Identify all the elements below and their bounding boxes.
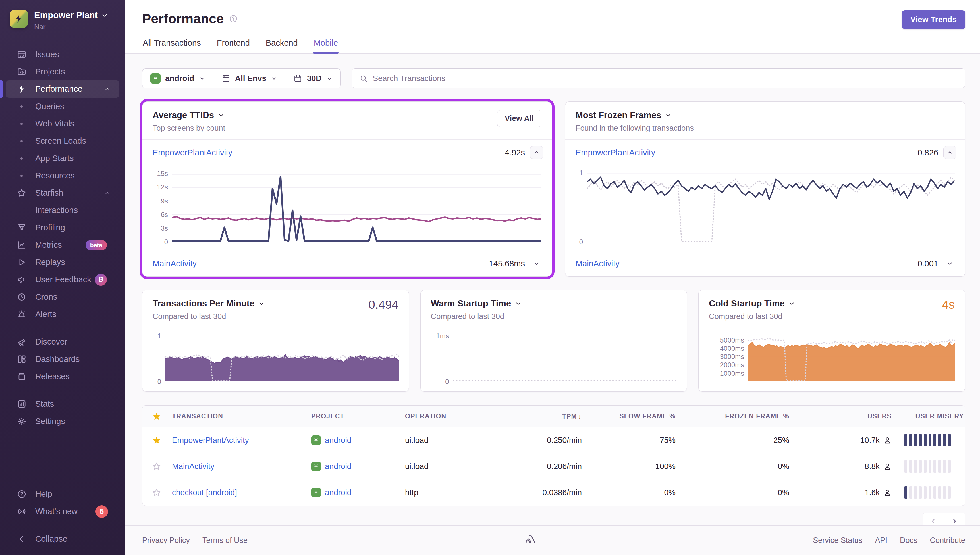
column-header-transaction[interactable]: TRANSACTION [171,412,310,420]
star-toggle[interactable] [142,462,171,471]
project-link[interactable]: android [325,436,351,445]
project-filter-value: android [165,74,194,83]
transaction-link[interactable]: MainActivity [575,259,620,268]
sidebar-item-discover[interactable]: Discover [6,333,119,351]
sidebar-item-replays[interactable]: Replays [6,253,119,271]
sidebar-item-crons[interactable]: Crons [6,288,119,306]
tab-backend[interactable]: Backend [265,38,299,53]
sidebar-item-web-vitals[interactable]: Web Vitals [6,115,119,132]
view-trends-button[interactable]: View Trends [902,10,965,29]
transaction-link[interactable]: checkout [android] [172,488,237,497]
column-header-misery[interactable]: USER MISERY [893,412,965,420]
sidebar-item-starfish[interactable]: Starfish [6,184,119,202]
transaction-link[interactable]: MainActivity [153,259,197,268]
sidebar-item-performance[interactable]: Performance [6,80,119,98]
chevron-up-icon [104,190,111,197]
lightning-icon [15,84,28,94]
date-range-filter[interactable]: 30D [285,69,340,88]
page-title: Performance [142,11,224,26]
previous-page-button[interactable] [923,513,944,526]
chevron-left-icon [930,518,937,525]
widget-title-dropdown[interactable]: Transactions Per Minute [153,298,398,309]
search-input[interactable] [373,74,958,83]
sidebar-item-metrics[interactable]: Metricsbeta [6,236,119,253]
chevron-down-icon [218,112,224,119]
sidebar-item-interactions[interactable]: Interactions [6,202,119,219]
sidebar-item-label: Settings [35,417,111,426]
widget-cold-startup-time: Cold Startup Time Compared to last 30d 4… [698,290,965,392]
transaction-link[interactable]: EmpowerPlantActivity [172,436,249,444]
column-header-users[interactable]: USERS [790,412,893,420]
chevron-right-icon [951,518,958,525]
user-feedback-badge: B [95,274,107,286]
tab-frontend[interactable]: Frontend [216,38,251,53]
widget-title: Transactions Per Minute [153,298,254,309]
column-header-tpm[interactable]: TPM↓ [498,412,583,420]
sidebar-item-resources[interactable]: Resources [6,167,119,184]
chevron-down-icon [259,300,265,307]
sidebar-item-label: Releases [35,372,111,381]
widget-title-dropdown[interactable]: Warm Startup Time [431,298,677,309]
sidebar-item-dashboards[interactable]: Dashboards [6,351,119,368]
project-link[interactable]: android [325,488,351,497]
project-link[interactable]: android [325,462,351,471]
project-filter[interactable]: android [142,69,213,88]
widget-title-dropdown[interactable]: Most Frozen Frames [575,110,955,120]
sidebar-item-whats-new[interactable]: What's new5 [6,503,119,520]
column-header-slow[interactable]: SLOW FRAME % [583,412,677,420]
accordion-row: MainActivity 0.001 [566,251,965,276]
footer-link-contribute[interactable]: Contribute [930,536,965,545]
view-all-button[interactable]: View All [497,110,541,127]
sidebar-item-releases[interactable]: Releases [6,368,119,385]
collapse-row-button[interactable] [530,146,543,159]
sidebar-item-label: Projects [35,67,111,76]
collapse-row-button[interactable] [943,146,956,159]
column-header-project[interactable]: PROJECT [310,412,404,420]
sidebar-item-app-starts[interactable]: App Starts [6,150,119,167]
sidebar-item-settings[interactable]: Settings [6,413,119,430]
dashboards-icon [15,354,28,364]
column-header-frozen[interactable]: FROZEN FRAME % [677,412,790,420]
star-icon [152,462,161,471]
stats-icon [15,399,28,409]
org-switcher[interactable]: Empower Plant Nar [0,10,125,31]
sidebar-item-issues[interactable]: Issues [6,46,119,63]
footer-link-terms-of-use[interactable]: Terms of Use [202,536,247,545]
transaction-link[interactable]: EmpowerPlantActivity [575,148,655,157]
sidebar-item-projects[interactable]: Projects [6,63,119,80]
filter-bar: android All Envs 30D [142,69,965,88]
tab-all-transactions[interactable]: All Transactions [142,38,201,53]
sidebar-item-help[interactable]: Help [6,485,119,503]
sidebar-item-screen-loads[interactable]: Screen Loads [6,132,119,150]
transaction-link[interactable]: EmpowerPlantActivity [153,148,232,157]
users-cell: 1.6k [790,488,893,497]
sidebar-item-stats[interactable]: Stats [6,395,119,413]
help-circle-icon[interactable] [229,14,238,23]
frozen-frame-cell: 0% [677,488,790,497]
y-tick-label: 0 [445,378,449,386]
next-page-button[interactable] [944,513,965,526]
expand-row-button[interactable] [943,257,956,270]
environment-filter[interactable]: All Envs [213,69,285,88]
widget-title-dropdown[interactable]: Cold Startup Time [709,298,955,309]
sidebar-item-user-feedback[interactable]: User FeedbackB [6,271,119,288]
sidebar-item-alerts[interactable]: Alerts [6,306,119,323]
widget-title-dropdown[interactable]: Average TTIDs [153,110,541,120]
sidebar-item-collapse[interactable]: Collapse [6,530,119,548]
operation-cell: ui.load [404,436,498,445]
play-icon [15,257,28,267]
chevron-down-icon [515,300,521,307]
footer-link-docs[interactable]: Docs [900,536,917,545]
column-header-operation[interactable]: OPERATION [404,412,498,420]
sidebar-item-queries[interactable]: Queries [6,98,119,115]
tab-mobile[interactable]: Mobile [313,38,339,53]
star-toggle[interactable] [142,488,171,497]
expand-row-button[interactable] [530,257,543,270]
star-toggle[interactable] [142,435,171,445]
footer-link-service-status[interactable]: Service Status [813,536,862,545]
footer-link-api[interactable]: API [875,536,887,545]
footer-link-privacy-policy[interactable]: Privacy Policy [142,536,190,545]
transaction-link[interactable]: MainActivity [172,462,214,471]
sidebar-item-profiling[interactable]: Profiling [6,219,119,236]
frozen-frame-cell: 0% [677,462,790,471]
